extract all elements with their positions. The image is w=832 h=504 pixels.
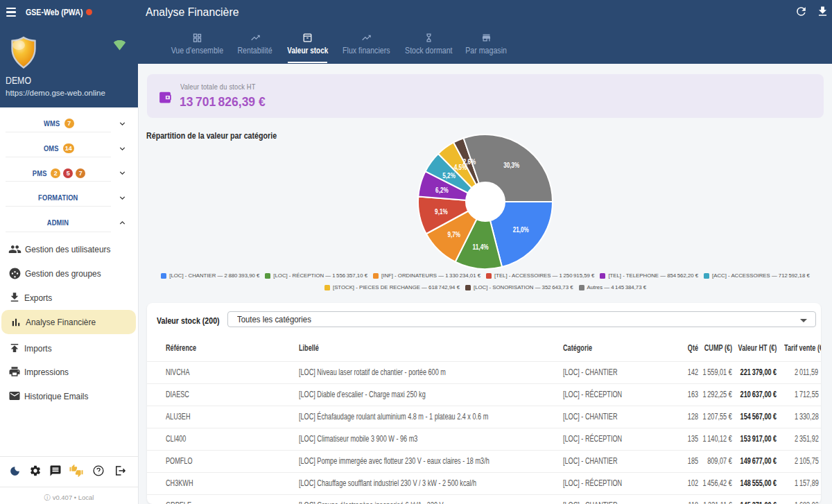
svg-text:5,2%: 5,2% [442, 171, 456, 180]
svg-text:11,4%: 11,4% [473, 243, 489, 251]
svg-text:2,6%: 2,6% [463, 157, 476, 166]
svg-text:21,0%: 21,0% [513, 225, 529, 234]
svg-text:6,2%: 6,2% [435, 186, 449, 194]
svg-text:9,1%: 9,1% [435, 207, 448, 216]
svg-text:9,7%: 9,7% [448, 230, 461, 238]
svg-text:30,3%: 30,3% [503, 161, 519, 169]
